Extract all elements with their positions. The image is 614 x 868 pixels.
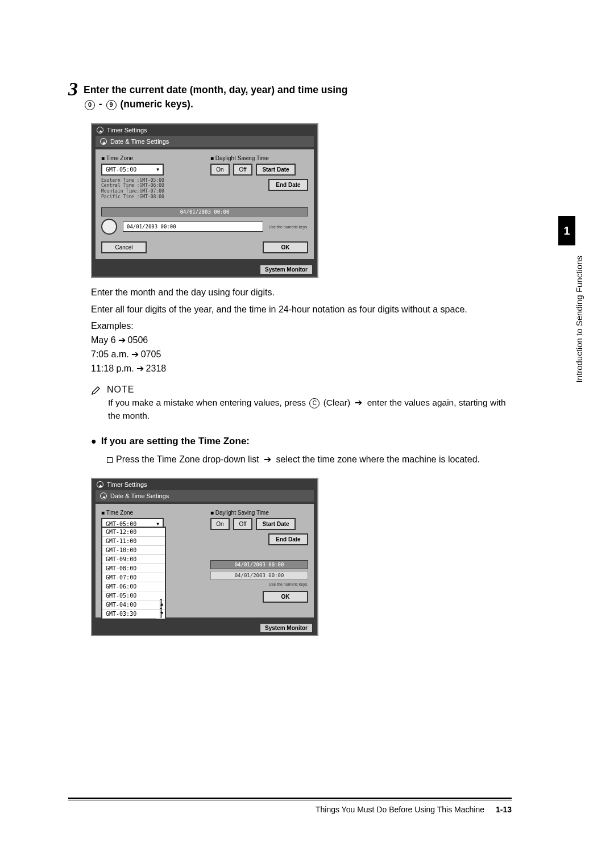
example-3-src: 11:18 p.m.	[91, 364, 134, 373]
timezone-label: ■ Time Zone	[101, 155, 199, 161]
arrow-icon: ➔	[264, 453, 271, 466]
step-instruction: Enter the current date (month, day, year…	[84, 80, 512, 112]
step-heading: 3 Enter the current date (month, day, ye…	[68, 80, 512, 112]
scroll-down-icon[interactable]: ▼	[160, 608, 162, 617]
back-icon	[97, 127, 103, 133]
footer-page-number: 1-13	[496, 805, 512, 814]
date-display-bar: 04/01/2003 00:00	[101, 207, 308, 216]
system-monitor-button[interactable]: System Monitor	[260, 265, 313, 274]
back-icon	[100, 493, 107, 499]
timezone-dropdown[interactable]: GMT-05:00▼	[101, 164, 164, 176]
end-date-button[interactable]: End Date	[268, 533, 308, 545]
scroll-up-icon[interactable]: ▲	[160, 599, 162, 608]
chevron-down-icon: ▼	[156, 521, 159, 527]
timezone-option[interactable]: GMT-09:00	[102, 555, 165, 564]
dst-label: ■ Daylight Saving Time	[210, 510, 308, 516]
note-body: If you make a mistake when entering valu…	[108, 397, 512, 422]
end-date-button[interactable]: End Date	[268, 179, 308, 191]
timezone-option[interactable]: GMT-11:00	[102, 537, 165, 546]
system-monitor-button[interactable]: System Monitor	[260, 623, 313, 633]
page-footer: Things You Must Do Before Using This Mac…	[68, 798, 512, 814]
timezone-option[interactable]: GMT-10:00	[102, 546, 165, 555]
clear-key-icon: C	[309, 398, 320, 408]
back-icon	[97, 481, 103, 488]
timezone-list-hint: Eastern Time :GMT-05:00 Central Time :GM…	[101, 178, 199, 199]
arrow-icon: ➔	[118, 335, 126, 345]
dst-label: ■ Daylight Saving Time	[210, 155, 308, 161]
screenshot-date-time-settings: Timer Settings Date & Time Settings ■ Ti…	[91, 123, 318, 278]
numeric-key-9-icon: 9	[106, 100, 117, 110]
note-label: NOTE	[107, 385, 134, 395]
example-1-src: May 6	[91, 335, 116, 345]
scr2-title: Timer Settings	[107, 481, 147, 488]
numeric-hint: Use the numeric keys.	[269, 582, 308, 586]
timezone-option-list[interactable]: GMT-12:00 GMT-11:00 GMT-10:00 GMT-09:00 …	[101, 527, 166, 620]
numeric-key-0-icon: 0	[85, 100, 95, 110]
back-icon	[100, 138, 107, 145]
chevron-down-icon: ▼	[156, 167, 159, 172]
bullet-icon: ●	[91, 436, 97, 446]
scr2-subtitle: Date & Time Settings	[110, 493, 169, 499]
example-3-dst: 2318	[146, 364, 167, 373]
dropdown-scrollbar[interactable]: ▲▼	[156, 598, 165, 619]
note-heading: NOTE	[91, 384, 512, 395]
start-date-button[interactable]: Start Date	[256, 164, 296, 176]
clock-icon	[101, 219, 117, 235]
sub-step: Press the Time Zone drop-down list ➔ sel…	[107, 453, 512, 466]
timezone-option[interactable]: GMT-12:00	[102, 528, 165, 537]
footer-section: Things You Must Do Before Using This Mac…	[316, 805, 484, 814]
date-input-field[interactable]: 04/01/2003 00:00	[210, 571, 308, 580]
checkbox-icon	[107, 457, 113, 463]
paragraph-2: Enter all four digits of the year, and t…	[91, 303, 512, 316]
date-display-bar: 04/01/2003 00:00	[210, 560, 308, 569]
timezone-option[interactable]: GMT-07:00	[102, 573, 165, 582]
pencil-icon	[91, 384, 102, 395]
timezone-option[interactable]: GMT-08:00	[102, 564, 165, 573]
example-2-src: 7:05 a.m.	[91, 349, 129, 359]
dst-on-button[interactable]: On	[210, 518, 230, 530]
dst-off-button[interactable]: Off	[233, 164, 252, 176]
screenshot-timezone-dropdown: Timer Settings Date & Time Settings ■ Ti…	[91, 478, 318, 636]
chapter-side-label: Introduction to Sending Functions	[574, 256, 584, 382]
arrow-icon: ➔	[136, 363, 144, 374]
example-2-dst: 0705	[141, 349, 161, 359]
date-input-field[interactable]: 04/01/2003 00:00	[123, 222, 263, 232]
dst-off-button[interactable]: Off	[233, 518, 252, 530]
numeric-hint: Use the numeric keys.	[269, 225, 308, 229]
step-line-1: Enter the current date (month, day, year…	[84, 84, 347, 95]
timezone-option[interactable]: GMT-03:30	[102, 610, 165, 619]
sub-heading: ● If you are setting the Time Zone:	[91, 436, 512, 447]
timezone-option[interactable]: GMT-06:00	[102, 582, 165, 591]
examples-label: Examples:	[91, 321, 512, 331]
dash: -	[96, 98, 105, 110]
examples-block: Examples: May 6➔0506 7:05 a.m.➔0705 11:1…	[91, 321, 512, 374]
arrow-icon: ➔	[355, 397, 362, 409]
ok-button[interactable]: OK	[263, 591, 308, 603]
timezone-option[interactable]: GMT-04:00	[102, 600, 165, 610]
chapter-tab: 1	[558, 216, 575, 245]
timezone-label: ■ Time Zone	[101, 510, 199, 516]
arrow-icon: ➔	[131, 349, 139, 360]
scr1-title: Timer Settings	[107, 127, 147, 133]
start-date-button[interactable]: Start Date	[256, 518, 296, 530]
sub-heading-text: If you are setting the Time Zone:	[101, 436, 250, 447]
step-number: 3	[68, 80, 78, 99]
paragraph-1: Enter the month and the day using four d…	[91, 286, 512, 299]
cancel-button[interactable]: Cancel	[101, 241, 147, 253]
scr1-subtitle: Date & Time Settings	[110, 138, 169, 145]
example-1-dst: 0506	[128, 335, 148, 345]
dst-on-button[interactable]: On	[210, 164, 230, 176]
timezone-option[interactable]: GMT-05:00	[102, 591, 165, 600]
step-line-2: (numeric keys).	[118, 98, 193, 110]
ok-button[interactable]: OK	[263, 241, 308, 253]
